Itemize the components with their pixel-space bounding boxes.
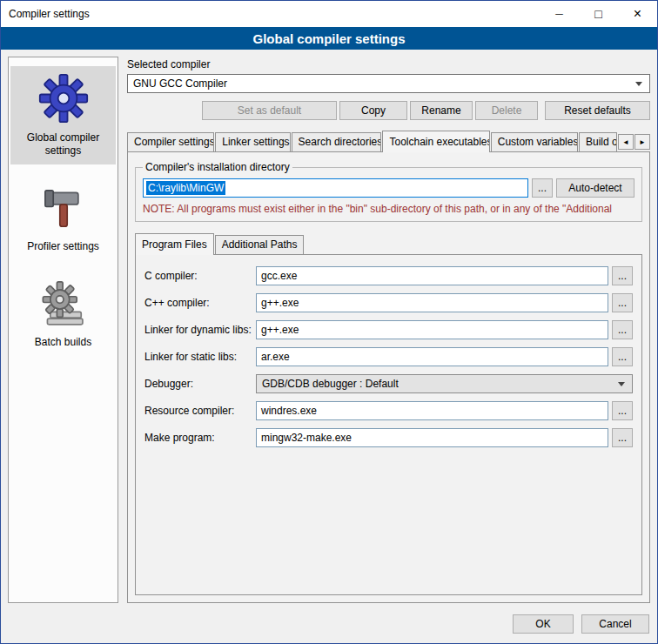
form-row-debugger: Debugger: GDB/CDB debugger : Default	[144, 374, 633, 393]
tab-scroll-left-button[interactable]: ◄	[618, 134, 634, 150]
minimize-button[interactable]: ─	[540, 1, 579, 27]
linker-static-label: Linker for static libs:	[144, 351, 256, 363]
dialog-header: Global compiler settings	[1, 27, 657, 50]
c-compiler-label: C compiler:	[144, 270, 256, 282]
maximize-icon: □	[594, 7, 601, 21]
copy-button[interactable]: Copy	[339, 101, 407, 120]
form-row-make-program: Make program: mingw32-make.exe ...	[144, 428, 633, 447]
minimize-icon: ─	[555, 8, 563, 20]
settings-sidebar: Global compiler settings Profiler settin…	[8, 57, 118, 603]
main-panel: Selected compiler GNU GCC Compiler Set a…	[127, 57, 650, 603]
linker-dynamic-input[interactable]: g++.exe	[256, 320, 608, 339]
resource-compiler-value: windres.exe	[261, 405, 317, 417]
tab-search-directories[interactable]: Search directories	[292, 132, 382, 151]
dialog-body: Global compiler settings Profiler settin…	[1, 50, 657, 610]
install-dir-input[interactable]: C:\raylib\MinGW	[143, 178, 528, 198]
program-files-panel: C compiler: gcc.exe ... C++ compiler: g+…	[135, 254, 642, 595]
cancel-button[interactable]: Cancel	[581, 614, 649, 634]
chevron-down-icon	[618, 382, 625, 386]
close-icon: ×	[634, 6, 641, 22]
linker-dynamic-browse-button[interactable]: ...	[612, 320, 633, 339]
resource-compiler-label: Resource compiler:	[144, 405, 256, 417]
tab-custom-variables[interactable]: Custom variables	[491, 132, 578, 151]
subtab-additional-paths[interactable]: Additional Paths	[215, 235, 305, 254]
rename-button[interactable]: Rename	[410, 101, 473, 120]
cpp-compiler-browse-button[interactable]: ...	[612, 293, 633, 312]
make-program-input[interactable]: mingw32-make.exe	[256, 428, 608, 447]
sidebar-item-batch-builds[interactable]: Batch builds	[10, 274, 116, 356]
subtab-program-files[interactable]: Program Files	[135, 233, 214, 255]
profiler-tool-icon	[40, 185, 87, 232]
form-row-resource-compiler: Resource compiler: windres.exe ...	[144, 401, 633, 420]
linker-static-browse-button[interactable]: ...	[612, 347, 633, 366]
delete-button[interactable]: Delete	[475, 101, 538, 120]
maximize-button[interactable]: □	[579, 1, 618, 27]
sidebar-item-profiler-settings[interactable]: Profiler settings	[10, 178, 116, 260]
install-dir-browse-button[interactable]: ...	[532, 178, 553, 198]
compiler-actions: Set as default Copy Rename Delete Reset …	[127, 101, 650, 120]
selected-compiler-value: GNU GCC Compiler	[133, 77, 227, 90]
window-title: Compiler settings	[1, 8, 90, 20]
sidebar-item-label: Batch builds	[35, 336, 91, 349]
sidebar-item-label: Global compiler settings	[12, 131, 114, 158]
install-dir-value: C:\raylib\MinGW	[146, 181, 225, 195]
auto-detect-button[interactable]: Auto-detect	[556, 178, 634, 198]
debugger-dropdown[interactable]: GDB/CDB debugger : Default	[256, 374, 633, 393]
selected-compiler-dropdown[interactable]: GNU GCC Compiler	[127, 74, 650, 93]
bin-subdirectory-note: NOTE: All programs must exist either in …	[143, 203, 634, 215]
cpp-compiler-value: g++.exe	[261, 297, 299, 309]
linker-dynamic-label: Linker for dynamic libs:	[144, 324, 256, 336]
selected-compiler-label: Selected compiler	[127, 58, 650, 70]
tab-linker-settings[interactable]: Linker settings	[215, 132, 290, 151]
installation-directory-legend: Compiler's installation directory	[143, 161, 292, 173]
blue-gear-icon	[38, 73, 89, 124]
tab-build-options[interactable]: Build options	[579, 132, 617, 151]
linker-static-input[interactable]: ar.exe	[256, 347, 608, 366]
resource-compiler-input[interactable]: windres.exe	[256, 401, 608, 420]
make-program-browse-button[interactable]: ...	[612, 428, 633, 447]
form-row-linker-static: Linker for static libs: ar.exe ...	[144, 347, 633, 366]
tab-compiler-settings[interactable]: Compiler settings	[127, 132, 214, 151]
form-row-linker-dynamic: Linker for dynamic libs: g++.exe ...	[144, 320, 633, 339]
compiler-settings-window: Compiler settings ─ □ × Global compiler …	[0, 0, 658, 644]
resource-compiler-browse-button[interactable]: ...	[612, 401, 633, 420]
cpp-compiler-input[interactable]: g++.exe	[256, 293, 608, 312]
form-row-cpp-compiler: C++ compiler: g++.exe ...	[144, 293, 633, 312]
cpp-compiler-label: C++ compiler:	[144, 297, 256, 309]
dialog-footer: OK Cancel	[1, 610, 657, 643]
chevron-down-icon	[635, 82, 642, 86]
close-button[interactable]: ×	[618, 1, 657, 27]
sidebar-item-global-compiler-settings[interactable]: Global compiler settings	[10, 66, 116, 164]
c-compiler-value: gcc.exe	[261, 270, 297, 282]
ok-button[interactable]: OK	[513, 614, 574, 634]
titlebar[interactable]: Compiler settings ─ □ ×	[1, 1, 657, 27]
c-compiler-input[interactable]: gcc.exe	[256, 266, 608, 285]
linker-dynamic-value: g++.exe	[261, 324, 299, 336]
tab-scroll-right-button[interactable]: ►	[634, 134, 650, 150]
installation-directory-row: C:\raylib\MinGW ... Auto-detect	[143, 178, 634, 198]
window-controls: ─ □ ×	[540, 1, 657, 27]
gray-gear-stack-icon	[40, 281, 87, 328]
linker-static-value: ar.exe	[261, 351, 290, 363]
debugger-value: GDB/CDB debugger : Default	[262, 378, 399, 390]
c-compiler-browse-button[interactable]: ...	[612, 266, 633, 285]
make-program-label: Make program:	[144, 432, 256, 444]
tab-toolchain-executables[interactable]: Toolchain executables	[382, 131, 489, 152]
arrow-left-icon: ◄	[622, 138, 629, 146]
debugger-label: Debugger:	[144, 378, 256, 390]
arrow-right-icon: ►	[639, 138, 646, 146]
form-row-c-compiler: C compiler: gcc.exe ...	[144, 266, 633, 285]
settings-tabstrip: Compiler settings Linker settings Search…	[127, 131, 650, 151]
make-program-value: mingw32-make.exe	[261, 432, 352, 444]
sidebar-item-label: Profiler settings	[27, 240, 99, 253]
reset-defaults-button[interactable]: Reset defaults	[545, 101, 650, 120]
set-as-default-button[interactable]: Set as default	[202, 101, 337, 120]
installation-directory-group: Compiler's installation directory C:\ray…	[135, 161, 642, 222]
tab-scroll-controls: ◄ ►	[618, 134, 650, 151]
programs-subtabstrip: Program Files Additional Paths	[135, 233, 642, 254]
toolchain-executables-panel: Compiler's installation directory C:\ray…	[127, 151, 650, 603]
